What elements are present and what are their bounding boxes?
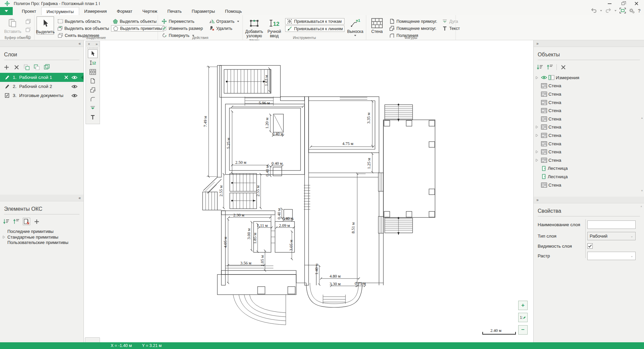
layer-visibility-checkbox[interactable] [587,243,593,249]
tool-polyline-button[interactable] [88,95,98,103]
sort-ascending-icon[interactable] [546,63,554,71]
raster-select[interactable]: ⌄ [587,252,636,260]
object-tree-item[interactable]: Стена [534,98,644,107]
add-element-button[interactable] [33,218,40,225]
tab-Чертеж[interactable]: Чертеж [138,7,162,15]
minimize-button[interactable] [607,2,612,6]
select-all-objects-button[interactable]: Выделить все объекты [56,25,109,32]
eye-icon[interactable] [541,76,547,80]
object-tree-item[interactable]: Стена [534,90,644,98]
undo-dropdown-icon[interactable] [600,10,602,11]
expander-icon[interactable] [536,76,538,79]
oks-tree-item[interactable]: Стандартные примитивы [0,235,84,240]
layer-name-input[interactable] [587,220,636,229]
object-tree-item[interactable]: Стена [534,156,644,164]
drawing-canvas[interactable]: 1.63 м7.49 м5.96 м5.25 м1.20 м0.40 м4.75… [84,40,533,342]
oks-tree-item[interactable]: Последние примитивы [0,229,84,234]
close-button[interactable] [634,2,639,6]
tab-Печать[interactable]: Печать [162,7,187,15]
tab-Измерения[interactable]: Измерения [79,7,112,15]
tab-Параметры[interactable]: Параметры [187,7,220,15]
tool-room-rect-button[interactable] [88,77,98,85]
scroll-down-icon[interactable]: ▼ [641,189,643,192]
object-tree-item[interactable]: Стена [534,123,644,132]
object-tree-item[interactable]: Лестница [534,164,644,173]
object-tree-item[interactable]: Стена [534,148,644,156]
layer-row[interactable]: 3.Итоговые документы [0,91,84,100]
object-tree-item[interactable]: Стена [534,181,644,189]
redo-icon[interactable] [605,8,611,13]
callout-button[interactable]: н1 Выноска [346,16,364,36]
sort-descending-icon[interactable] [3,218,10,225]
zoom-out-button[interactable]: − [518,325,528,335]
eye-icon[interactable] [71,94,77,98]
duplicate-icon[interactable] [25,27,32,34]
object-tree-item[interactable]: Лестница [534,172,644,181]
close-icon[interactable] [64,76,68,79]
delete-object-button[interactable] [559,63,567,71]
tool-select-button[interactable] [88,49,98,58]
paste-button[interactable]: Вставить [2,16,23,34]
collapse-left-icon[interactable]: « [78,196,81,200]
room-rect-button[interactable]: Помещение прямоуг. [388,18,438,24]
layer-merge-icon[interactable] [43,63,50,71]
app-menu-button[interactable] [0,7,13,15]
sort-ascending-icon[interactable] [13,218,20,225]
settings-gear-icon[interactable] [629,8,635,13]
object-tree-item[interactable]: Измерения [534,73,644,82]
expand-right-icon[interactable]: » [536,41,539,46]
help-icon[interactable]: ? [638,8,641,13]
layer-row[interactable]: 2.Рабочий слой 2 [0,82,84,91]
expander-icon[interactable] [3,236,5,239]
expand-right-icon[interactable]: » [536,198,539,202]
expander-icon[interactable] [536,126,538,129]
scale-edit-button[interactable]: 1: [518,313,528,322]
collapse-left-icon[interactable]: « [78,41,81,46]
redo-dropdown-icon[interactable] [614,10,616,11]
oks-tree-item[interactable]: Пользовательские примитивы [0,240,84,245]
toolbar-close-icon[interactable]: × [88,42,90,46]
layer-copy-up-icon[interactable] [33,63,40,71]
manual-input-button[interactable]: 12 Ручной ввод [266,16,283,39]
move-button[interactable]: Переместить [160,18,206,24]
scroll-up-icon[interactable]: ▲ [640,205,643,208]
hide-door-elements-toggle[interactable] [23,218,30,225]
remove-layer-button[interactable] [13,63,20,71]
add-layer-button[interactable] [3,63,10,71]
tool-wall-button[interactable] [88,67,98,76]
layer-type-select[interactable]: Рабочий ⌄ [587,232,636,240]
expander-icon[interactable] [536,159,538,162]
object-tree-item[interactable]: Стена [534,140,644,148]
object-tree-item[interactable]: Стена [534,131,644,140]
tool-arc-button[interactable] [88,104,98,112]
toolbar-expand-icon[interactable]: » [96,42,98,46]
scroll-up-icon[interactable]: ▲ [641,116,643,119]
restore-button[interactable] [621,2,625,6]
snap-to-points-toggle[interactable]: Привязываться к точкам [285,18,344,24]
select-primitives-toggle[interactable]: Выделять примитивы [111,25,164,32]
copy-icon[interactable] [25,19,32,26]
zoom-in-button[interactable]: + [518,301,528,310]
tab-Инструменты[interactable]: Инструменты [41,7,79,15]
text-button[interactable]: Текст [440,25,461,32]
undo-icon[interactable] [591,8,597,13]
mirror-button[interactable]: Отразить [208,18,240,24]
select-objects-toggle[interactable]: Выделять объекты [111,18,164,24]
expander-icon[interactable] [536,150,538,153]
tool-text-button[interactable] [88,113,98,121]
wall-tool-button[interactable]: Стена [368,16,386,34]
objects-scrollbar[interactable]: ▲ ▼ [640,116,644,193]
snap-to-lines-toggle[interactable]: Привязываться к линиям [285,26,344,32]
object-tree-item[interactable]: Стена [534,106,644,115]
eye-icon[interactable] [71,76,77,80]
tab-Проект[interactable]: Проект [17,7,41,15]
tab-Формат[interactable]: Формат [112,7,137,15]
expander-icon[interactable] [536,134,538,137]
tool-room-poly-button[interactable] [88,86,98,94]
fit-view-icon[interactable] [620,8,626,13]
arc-button[interactable]: Дуга [440,18,461,24]
layer-copy-down-icon[interactable] [23,63,30,71]
layer-row[interactable]: 1.Рабочий слой 1 [0,73,84,82]
room-poly-button[interactable]: Помещение многоуг. [388,25,438,32]
object-tree-item[interactable]: Стена [534,115,644,123]
